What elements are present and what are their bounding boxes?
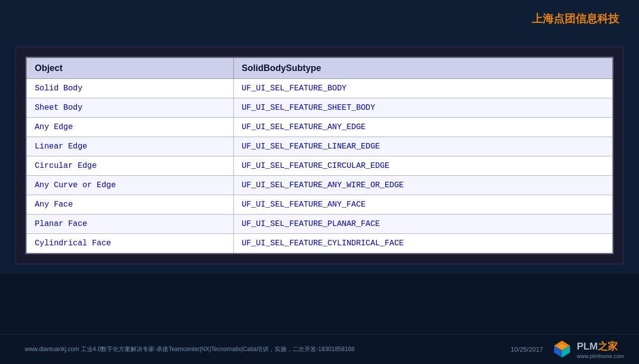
footer: www.diantuankj.com 工业4.0数字化方案解决专家-承接Team… bbox=[0, 334, 639, 364]
table-row: Linear EdgeUF_UI_SEL_FEATURE_LINEAR_EDGE bbox=[27, 137, 613, 156]
footer-date: 10/25/2017 bbox=[511, 346, 543, 353]
col-object-header: Object bbox=[27, 58, 234, 79]
col-subtype-header: SolidBodySubtype bbox=[233, 58, 612, 79]
cell-subtype: UF_UI_SEL_FEATURE_SHEET_BODY bbox=[233, 98, 612, 118]
table-header-row: Object SolidBodySubtype bbox=[27, 58, 613, 79]
cell-object: Solid Body bbox=[27, 79, 234, 98]
table-row: Solid BodyUF_UI_SEL_FEATURE_BODY bbox=[27, 79, 613, 98]
cell-object: Cylindrical Face bbox=[27, 234, 234, 253]
cell-subtype: UF_UI_SEL_FEATURE_BODY bbox=[233, 79, 612, 98]
cell-subtype: UF_UI_SEL_FEATURE_PLANAR_FACE bbox=[233, 215, 612, 234]
cell-subtype: UF_UI_SEL_FEATURE_ANY_EDGE bbox=[233, 118, 612, 137]
table-row: Any Curve or EdgeUF_UI_SEL_FEATURE_ANY_W… bbox=[27, 176, 613, 195]
top-header: 上海点团信息科技 bbox=[0, 0, 639, 37]
cell-subtype: UF_UI_SEL_FEATURE_CIRCULAR_EDGE bbox=[233, 156, 612, 176]
footer-right: 10/25/2017 PLM之家 www.plmhome.com bbox=[511, 339, 624, 361]
cell-subtype: UF_UI_SEL_FEATURE_ANY_WIRE_OR_EDGE bbox=[233, 176, 612, 195]
footer-brand-text: PLM之家 www.plmhome.com bbox=[577, 340, 624, 359]
table-row: Planar FaceUF_UI_SEL_FEATURE_PLANAR_FACE bbox=[27, 215, 613, 234]
data-table: Object SolidBodySubtype Solid BodyUF_UI_… bbox=[26, 58, 613, 253]
cell-subtype: UF_UI_SEL_FEATURE_LINEAR_EDGE bbox=[233, 137, 612, 156]
cell-object: Any Curve or Edge bbox=[27, 176, 234, 195]
cell-object: Any Face bbox=[27, 195, 234, 215]
table-inner: Object SolidBodySubtype Solid BodyUF_UI_… bbox=[25, 57, 614, 254]
footer-website: www.plmhome.com bbox=[577, 353, 624, 359]
footer-text: www.diantuankj.com 工业4.0数字化方案解决专家-承接Team… bbox=[25, 345, 355, 354]
cell-object: Linear Edge bbox=[27, 137, 234, 156]
cell-object: Planar Face bbox=[27, 215, 234, 234]
table-row: Any FaceUF_UI_SEL_FEATURE_ANY_FACE bbox=[27, 195, 613, 215]
plm-logo-icon bbox=[551, 339, 573, 361]
footer-brand-highlight: 之家 bbox=[598, 341, 618, 352]
cell-subtype: UF_UI_SEL_FEATURE_ANY_FACE bbox=[233, 195, 612, 215]
table-outer: Object SolidBodySubtype Solid BodyUF_UI_… bbox=[15, 46, 624, 265]
cell-subtype: UF_UI_SEL_FEATURE_CYLINDRICAL_FACE bbox=[233, 234, 612, 253]
cell-object: Circular Edge bbox=[27, 156, 234, 176]
cell-object: Sheet Body bbox=[27, 98, 234, 118]
table-row: Sheet BodyUF_UI_SEL_FEATURE_SHEET_BODY bbox=[27, 98, 613, 118]
table-row: Cylindrical FaceUF_UI_SEL_FEATURE_CYLIND… bbox=[27, 234, 613, 253]
table-row: Any EdgeUF_UI_SEL_FEATURE_ANY_EDGE bbox=[27, 118, 613, 137]
footer-logo-area: PLM之家 www.plmhome.com bbox=[551, 339, 624, 361]
company-name: 上海点团信息科技 bbox=[532, 11, 619, 26]
main-content: Object SolidBodySubtype Solid BodyUF_UI_… bbox=[0, 37, 639, 274]
table-row: Circular EdgeUF_UI_SEL_FEATURE_CIRCULAR_… bbox=[27, 156, 613, 176]
cell-object: Any Edge bbox=[27, 118, 234, 137]
